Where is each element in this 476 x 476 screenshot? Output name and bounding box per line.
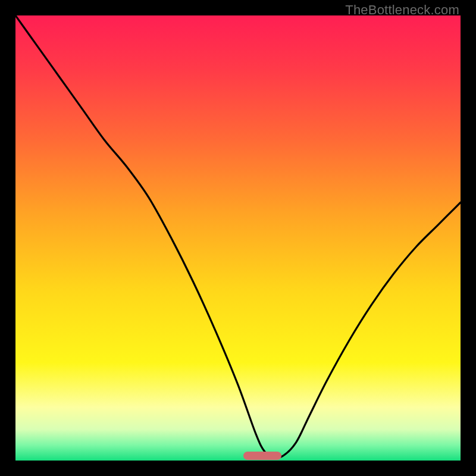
optimal-range-marker bbox=[243, 452, 281, 460]
plot-area bbox=[15, 15, 461, 461]
bottleneck-curve bbox=[15, 15, 461, 461]
chart-frame: TheBottleneck.com bbox=[0, 0, 476, 476]
